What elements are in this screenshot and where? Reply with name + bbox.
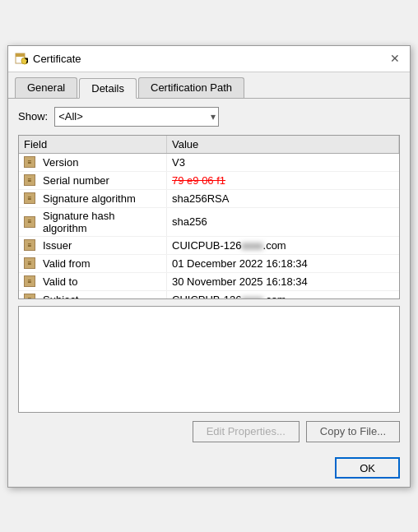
copy-to-file-button[interactable]: Copy to File... <box>306 421 400 442</box>
fields-table: Field Value ≡ Version V3 ≡ Serial number… <box>18 135 400 299</box>
redacted-subject: xxxx <box>242 294 263 299</box>
field-icon: ≡ <box>24 174 35 186</box>
svg-text:★: ★ <box>24 53 29 66</box>
value-cell: sha256RSA <box>167 190 399 207</box>
value-cell: V3 <box>167 154 399 171</box>
field-icon: ≡ <box>24 156 35 168</box>
field-cell: ≡ Version <box>19 154 167 171</box>
field-icon: ≡ <box>24 275 35 287</box>
table-header: Field Value <box>19 136 399 154</box>
value-cell: CUICPUB-126xxxx.com <box>167 237 399 254</box>
edit-properties-button[interactable]: Edit Properties... <box>193 421 300 442</box>
value-cell: 30 November 2025 16:18:34 <box>167 273 399 290</box>
header-field: Field <box>19 136 167 153</box>
tab-details[interactable]: Details <box>79 78 137 99</box>
tab-general[interactable]: General <box>15 77 77 98</box>
field-cell: ≡ Valid to <box>19 273 167 290</box>
button-row: Edit Properties... Copy to File... <box>18 421 400 442</box>
show-row: Show: <All> Version 1 Fields Only Extens… <box>18 107 400 127</box>
show-label: Show: <box>18 110 48 123</box>
field-icon: ≡ <box>24 216 35 228</box>
table-row[interactable]: ≡ Serial number 79 e9 06 f1 <box>19 172 399 190</box>
detail-box <box>18 306 400 413</box>
main-content: Show: <All> Version 1 Fields Only Extens… <box>8 99 410 451</box>
redacted-serial: 79 e9 06 f1 <box>172 174 225 187</box>
table-row[interactable]: ≡ Signature hash algorithm sha256 <box>19 208 399 237</box>
field-cell: ≡ Issuer <box>19 237 167 254</box>
title-bar-left: ★ Certificate <box>15 52 81 65</box>
tab-bar: General Details Certification Path <box>8 72 410 99</box>
field-cell: ≡ Serial number <box>19 172 167 189</box>
ok-row: OK <box>8 451 410 487</box>
header-value: Value <box>167 136 399 153</box>
table-row[interactable]: ≡ Valid to 30 November 2025 16:18:34 <box>19 273 399 291</box>
value-cell: CUICPUB-126xxxx.com <box>167 291 399 299</box>
field-cell: ≡ Valid from <box>19 255 167 272</box>
certificate-icon: ★ <box>15 52 28 65</box>
show-select[interactable]: <All> Version 1 Fields Only Extensions O… <box>54 107 219 127</box>
field-cell: ≡ Signature algorithm <box>19 190 167 207</box>
redacted-issuer: xxxx <box>242 239 263 252</box>
field-icon: ≡ <box>24 294 35 299</box>
ok-button[interactable]: OK <box>335 457 400 479</box>
table-row[interactable]: ≡ Version V3 <box>19 154 399 172</box>
value-cell: sha256 <box>167 208 399 236</box>
title-bar: ★ Certificate ✕ <box>8 46 410 72</box>
field-cell: ≡ Subject <box>19 291 167 299</box>
close-button[interactable]: ✕ <box>387 50 403 67</box>
table-row[interactable]: ≡ Subject CUICPUB-126xxxx.com <box>19 291 399 299</box>
value-cell: 79 e9 06 f1 <box>167 172 399 189</box>
field-icon: ≡ <box>24 257 35 269</box>
certificate-window: ★ Certificate ✕ General Details Certific… <box>7 45 411 488</box>
table-row[interactable]: ≡ Valid from 01 December 2022 16:18:34 <box>19 255 399 273</box>
field-cell: ≡ Signature hash algorithm <box>19 208 167 236</box>
table-row[interactable]: ≡ Signature algorithm sha256RSA <box>19 190 399 208</box>
show-select-wrapper[interactable]: <All> Version 1 Fields Only Extensions O… <box>54 107 219 127</box>
value-cell: 01 December 2022 16:18:34 <box>167 255 399 272</box>
window-title: Certificate <box>33 53 81 65</box>
tab-certification-path[interactable]: Certification Path <box>138 77 244 98</box>
table-row[interactable]: ≡ Issuer CUICPUB-126xxxx.com <box>19 237 399 255</box>
field-icon: ≡ <box>24 192 35 204</box>
field-icon: ≡ <box>24 239 35 251</box>
